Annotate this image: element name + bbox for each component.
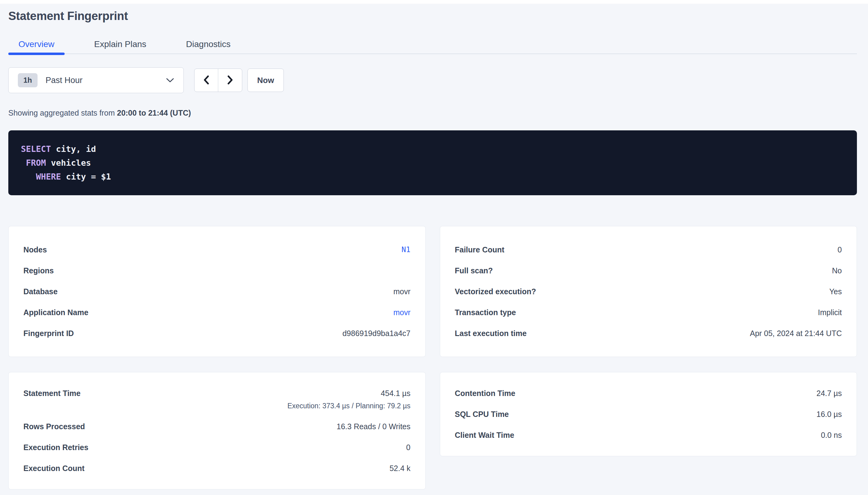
table-row-execution-count: Execution Count 52.4 k xyxy=(23,458,411,479)
transaction-type-value: Implicit xyxy=(818,308,842,317)
table-row-application-name: Application Name movr xyxy=(23,302,411,323)
sql-keyword: SELECT xyxy=(21,144,51,154)
top-strip xyxy=(0,0,868,4)
tab-overview-label: Overview xyxy=(18,39,54,49)
sql-text: vehicles xyxy=(46,158,91,168)
row-label: Database xyxy=(23,287,58,296)
tab-bar: Overview Explain Plans Diagnostics xyxy=(8,39,857,54)
row-label: Fingerprint ID xyxy=(23,329,74,338)
aggregated-stats-caption: Showing aggregated stats from 20:00 to 2… xyxy=(8,108,857,117)
vectorized-execution-value: Yes xyxy=(829,287,842,296)
row-label: Failure Count xyxy=(455,245,505,254)
metadata-card-left: Nodes N1 Regions Database movr Applicati… xyxy=(8,226,426,357)
nodes-link[interactable]: N1 xyxy=(402,245,411,254)
row-label: Full scan? xyxy=(455,266,493,275)
client-wait-time-value: 0.0 ns xyxy=(821,431,842,440)
statement-time-value: 454.1 µs xyxy=(381,383,410,404)
sql-indent xyxy=(21,172,36,182)
sql-text: city = $1 xyxy=(61,172,111,182)
application-name-link[interactable]: movr xyxy=(393,308,411,317)
table-row-execution-retries: Execution Retries 0 xyxy=(23,437,411,458)
statement-time-values: 454.1 µs Execution: 373.4 µs / Planning:… xyxy=(288,383,411,410)
caption-prefix: Showing aggregated stats from xyxy=(8,108,117,117)
sql-keyword: FROM xyxy=(26,158,46,168)
time-interval-badge: 1h xyxy=(18,73,37,87)
time-picker-row: 1h Past Hour Now xyxy=(8,67,857,93)
table-row-database: Database movr xyxy=(23,281,411,302)
table-row-rows-processed: Rows Processed 16.3 Reads / 0 Writes xyxy=(23,416,411,437)
sql-text: city, id xyxy=(51,144,96,154)
row-label: Rows Processed xyxy=(23,422,85,431)
table-row-nodes: Nodes N1 xyxy=(23,239,411,260)
table-row-vectorized-execution: Vectorized execution? Yes xyxy=(455,281,842,302)
page-title: Statement Fingerprint xyxy=(8,9,857,23)
row-label: Application Name xyxy=(23,308,88,317)
table-row-client-wait-time: Client Wait Time 0.0 ns xyxy=(455,425,842,445)
next-interval-button[interactable] xyxy=(218,69,242,91)
table-row-fingerprint-id: Fingerprint ID d986919d9ba1a4c7 xyxy=(23,323,411,344)
tab-overview[interactable]: Overview xyxy=(8,39,65,53)
fingerprint-id-value: d986919d9ba1a4c7 xyxy=(342,329,410,338)
table-row-last-execution-time: Last execution time Apr 05, 2024 at 21:4… xyxy=(455,323,842,344)
now-button[interactable]: Now xyxy=(247,69,284,92)
previous-interval-button[interactable] xyxy=(195,69,218,91)
row-label: Nodes xyxy=(23,245,47,254)
row-label: Statement Time xyxy=(23,383,81,404)
table-row-full-scan: Full scan? No xyxy=(455,260,842,281)
chevron-right-icon xyxy=(227,75,234,86)
table-row-failure-count: Failure Count 0 xyxy=(455,239,842,260)
table-row-contention-time: Contention Time 24.7 µs xyxy=(455,383,842,404)
row-label: Contention Time xyxy=(455,389,515,398)
table-row-sql-cpu-time: SQL CPU Time 16.0 µs xyxy=(455,404,842,425)
row-label: Transaction type xyxy=(455,308,516,317)
failure-count-value: 0 xyxy=(837,245,842,254)
full-scan-value: No xyxy=(832,266,842,275)
row-label: Client Wait Time xyxy=(455,431,514,440)
summary-cards: Nodes N1 Regions Database movr Applicati… xyxy=(8,226,857,490)
table-row-transaction-type: Transaction type Implicit xyxy=(455,302,842,323)
sql-cpu-time-value: 16.0 µs xyxy=(816,410,842,419)
time-range-pager xyxy=(194,69,242,92)
sql-statement-box: SELECT city, id FROM vehicles WHERE city… xyxy=(8,130,857,195)
row-label: Execution Count xyxy=(23,464,85,473)
left-column: Nodes N1 Regions Database movr Applicati… xyxy=(8,226,426,490)
time-interval-dropdown[interactable]: 1h Past Hour xyxy=(8,67,184,93)
table-row-regions: Regions xyxy=(23,260,411,281)
row-label: Vectorized execution? xyxy=(455,287,536,296)
row-label: Regions xyxy=(23,266,54,275)
tab-diagnostics-label: Diagnostics xyxy=(186,39,231,49)
execution-retries-value: 0 xyxy=(406,443,411,452)
tab-diagnostics[interactable]: Diagnostics xyxy=(176,39,241,53)
contention-time-value: 24.7 µs xyxy=(816,389,842,398)
chevron-down-icon xyxy=(166,78,174,83)
statement-time-breakdown: Execution: 373.4 µs / Planning: 79.2 µs xyxy=(288,401,411,410)
chevron-left-icon xyxy=(202,75,210,86)
sql-keyword: WHERE xyxy=(36,172,61,182)
row-label: SQL CPU Time xyxy=(455,410,509,419)
tab-explain-plans-label: Explain Plans xyxy=(94,39,147,49)
rows-processed-value: 16.3 Reads / 0 Writes xyxy=(337,422,411,431)
wait-time-stats-card: Contention Time 24.7 µs SQL CPU Time 16.… xyxy=(440,372,857,456)
metadata-card-right: Failure Count 0 Full scan? No Vectorized… xyxy=(440,226,857,357)
row-label: Execution Retries xyxy=(23,443,88,452)
statement-stats-card: Statement Time 454.1 µs Execution: 373.4… xyxy=(8,372,426,490)
table-row-statement-time: Statement Time 454.1 µs Execution: 373.4… xyxy=(23,383,411,416)
caption-time-range: 20:00 to 21:44 (UTC) xyxy=(117,108,191,117)
database-value: movr xyxy=(393,287,411,296)
sql-indent xyxy=(21,158,26,168)
execution-count-value: 52.4 k xyxy=(389,464,410,473)
time-interval-selected: Past Hour xyxy=(46,75,82,85)
last-execution-time-value: Apr 05, 2024 at 21:44 UTC xyxy=(750,329,842,338)
row-label: Last execution time xyxy=(455,329,527,338)
statement-fingerprint-page: Statement Fingerprint Overview Explain P… xyxy=(0,9,868,490)
right-column: Failure Count 0 Full scan? No Vectorized… xyxy=(440,226,857,456)
tab-explain-plans[interactable]: Explain Plans xyxy=(84,39,157,53)
